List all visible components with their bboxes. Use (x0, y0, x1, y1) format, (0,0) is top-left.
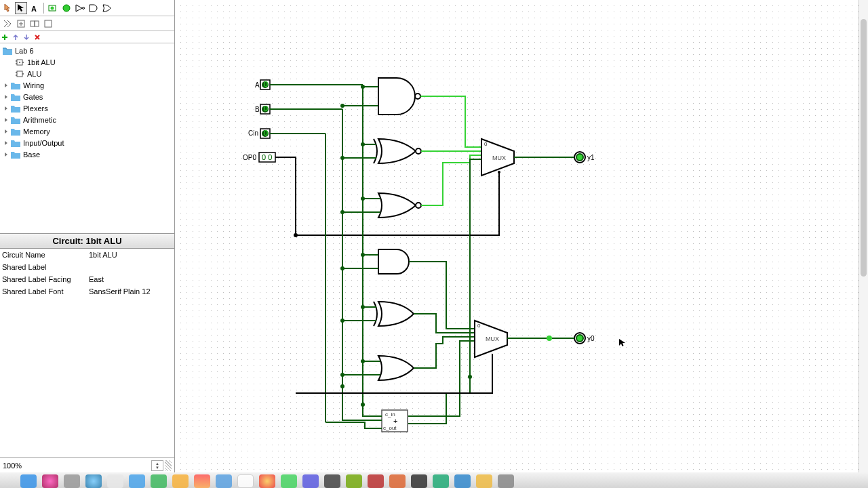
circuit-node[interactable]: ALU (0, 68, 174, 79)
toolbar-separator (43, 3, 44, 14)
circuit-diagram[interactable]: A 0 B 0 Cin 0 OP0 0 0 y1 (175, 0, 868, 472)
chevron-right-icon (3, 94, 9, 100)
xor-gate[interactable] (374, 302, 414, 326)
folder-icon (11, 116, 20, 124)
delete-icon[interactable] (34, 34, 41, 41)
dock[interactable] (0, 472, 868, 488)
svg-point-33 (576, 154, 583, 161)
and-gate[interactable] (378, 249, 409, 274)
svg-point-15 (16, 75, 17, 76)
cursor-icon (619, 339, 625, 346)
svg-point-14 (16, 72, 17, 73)
mux-2[interactable]: MUX 0 (475, 321, 507, 357)
project-label: Lab 6 (15, 47, 34, 55)
project-node[interactable]: Lab 6 (0, 45, 174, 56)
svg-text:0: 0 (477, 323, 481, 329)
svg-point-50 (361, 253, 365, 257)
and-gate-tool[interactable] (87, 2, 100, 14)
add-icon[interactable] (1, 34, 8, 41)
circuit-node[interactable]: 1bit ALU (0, 56, 174, 68)
output-pin-y1[interactable]: y1 (574, 152, 595, 163)
folder-icon (11, 150, 20, 159)
poke-tool[interactable] (1, 2, 14, 14)
canvas[interactable]: A 0 B 0 Cin 0 OP0 0 0 y1 (175, 0, 868, 472)
svg-point-40 (340, 104, 344, 108)
svg-rect-8 (45, 20, 52, 27)
svg-text:A: A (31, 5, 37, 13)
lib-io[interactable]: Input/Output (0, 137, 174, 148)
folder-icon (11, 93, 20, 101)
sim-tool-1[interactable] (1, 18, 14, 30)
lib-base[interactable]: Base (0, 148, 174, 160)
circuit-label: 1bit ALU (27, 58, 56, 66)
svg-point-36 (576, 335, 583, 342)
lib-memory[interactable]: Memory (0, 125, 174, 137)
output-pin-y0[interactable]: y0 (574, 333, 595, 344)
prop-row[interactable]: Circuit Name1bit ALU (0, 249, 174, 261)
svg-point-66 (547, 336, 552, 341)
svg-text:A: A (255, 81, 260, 89)
not-gate-tool[interactable] (74, 2, 86, 14)
sim-tool-3[interactable] (28, 18, 41, 30)
output-pin-tool[interactable] (60, 2, 73, 14)
chip-icon (15, 70, 24, 78)
input-pin-B[interactable]: B 0 (255, 104, 270, 114)
svg-point-61 (340, 384, 344, 388)
svg-point-65 (294, 233, 298, 237)
folder-icon (11, 127, 20, 136)
svg-text:MUX: MUX (492, 155, 506, 161)
up-icon[interactable] (12, 34, 19, 41)
zoom-value[interactable]: 100% (3, 462, 151, 470)
or-gate[interactable] (378, 356, 414, 380)
svg-text:OP0: OP0 (243, 154, 256, 161)
folder-icon (11, 81, 20, 89)
input-pin-tool[interactable] (47, 2, 59, 14)
folder-icon (3, 47, 12, 55)
prop-row[interactable]: Shared Label (0, 261, 174, 273)
prop-row[interactable]: Shared Label FacingEast (0, 273, 174, 285)
svg-point-55 (340, 373, 344, 377)
svg-text:+: + (393, 417, 397, 425)
svg-point-52 (361, 305, 365, 309)
lib-wiring[interactable]: Wiring (0, 79, 174, 91)
svg-text:B: B (255, 106, 260, 113)
sim-tool-4[interactable] (42, 18, 54, 30)
lib-plexers[interactable]: Plexers (0, 102, 174, 114)
down-icon[interactable] (23, 34, 30, 41)
svg-point-12 (22, 62, 24, 63)
properties-table: Circuit Name1bit ALU Shared Label Shared… (0, 249, 174, 458)
svg-point-16 (22, 73, 24, 75)
input-pin-OP0[interactable]: OP0 0 0 (243, 152, 275, 162)
lib-gates[interactable]: Gates (0, 91, 174, 102)
prop-row[interactable]: Shared Label FontSansSerif Plain 12 (0, 285, 174, 298)
toolbar-main: A (0, 0, 174, 16)
resize-grip[interactable] (165, 460, 172, 471)
lib-arithmetic[interactable]: Arithmetic (0, 114, 174, 125)
zoom-bar: 100% ▲▼ (0, 458, 174, 472)
svg-point-42 (361, 142, 365, 146)
nor-gate[interactable] (378, 193, 421, 218)
nand-gate[interactable] (378, 78, 420, 115)
chip-icon (15, 58, 24, 66)
chevron-right-icon (3, 128, 9, 135)
scrollbar-vertical[interactable] (859, 0, 868, 472)
or-gate-tool[interactable] (101, 2, 113, 14)
select-tool[interactable] (15, 2, 27, 14)
svg-point-4 (83, 7, 85, 9)
sim-tool-2[interactable] (15, 18, 27, 30)
svg-rect-7 (35, 21, 39, 26)
adder-box[interactable]: c_in c_out + (382, 410, 408, 432)
svg-text:0: 0 (264, 129, 268, 137)
svg-point-3 (63, 5, 70, 12)
chevron-right-icon (3, 140, 9, 146)
text-tool[interactable]: A (28, 2, 41, 14)
mux-1[interactable]: MUX 0 (481, 139, 514, 176)
svg-text:0: 0 (264, 80, 268, 88)
input-pin-A[interactable]: A 0 (255, 80, 270, 89)
svg-point-38 (415, 94, 420, 99)
toolbar-edit (0, 31, 174, 43)
svg-point-2 (51, 6, 54, 9)
input-pin-Cin[interactable]: Cin 0 (248, 129, 270, 138)
xnor-gate[interactable] (374, 139, 421, 163)
zoom-stepper[interactable]: ▲▼ (151, 460, 163, 471)
